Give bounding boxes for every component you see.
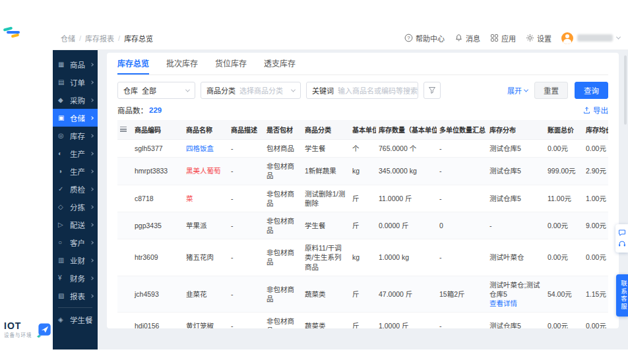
breadcrumb-separator: / [118, 34, 120, 42]
chevron-right-icon [90, 187, 94, 191]
cell-stock-quantity: 11.0000 斤 [376, 185, 437, 212]
top-header: 仓储 / 库存报表 / 库存总览 ? 帮助中心 消息 [53, 26, 628, 50]
category-select[interactable]: 商品分类 选择商品分类 [201, 82, 301, 99]
sidebar-item-production-2[interactable]: ◑ 生产 [53, 162, 98, 180]
product-name[interactable]: 菜 [186, 195, 193, 202]
tab-location[interactable]: 货位库存 [215, 53, 247, 75]
tab-overview[interactable]: 库存总览 [117, 53, 149, 75]
cell-product-code: sglh5377 [132, 140, 183, 158]
contact-service-button[interactable]: 联系客服 [616, 274, 628, 317]
cell-stock-distribution: 测试叶菜仓 [487, 239, 545, 276]
user-menu[interactable] [561, 32, 620, 44]
advanced-filter-button[interactable] [424, 82, 441, 99]
cell-product-code: hdj0156 [132, 313, 183, 328]
cell-stock-distribution: 测试叶菜仓;测试仓库5 查看详情 [487, 276, 545, 313]
search-button[interactable]: 查询 [575, 82, 608, 99]
sidebar-item-delivery[interactable]: ▷ 配送 [53, 216, 98, 233]
keyword-label: 关键词 [312, 85, 334, 96]
sidebar-item-icon: ✓ [58, 185, 67, 193]
expand-filters-link[interactable]: 展开 [507, 85, 528, 96]
sidebar-item-orders[interactable]: ▤ 订单 [53, 73, 98, 91]
product-count-label: 商品数： [117, 105, 148, 115]
cell-average-price: 0.00元 [583, 140, 608, 158]
sidebar-item-goods[interactable]: ▦ 商品 [53, 55, 98, 73]
settings-button[interactable]: 设置 [526, 33, 551, 44]
sidebar-item-icon: ▦ [58, 61, 67, 68]
table-row: htr3609 猪五花肉 - 非包材商品 原料11/干调类/生生系列商品 kg … [117, 239, 608, 276]
cell-stock-distribution: 测试仓库5 [487, 140, 545, 158]
breadcrumb-item[interactable]: 仓储 [61, 33, 75, 44]
sidebar-divider [58, 307, 92, 308]
vertical-scrollbar[interactable] [624, 55, 627, 125]
sidebar-item-label: 生产 [70, 166, 90, 177]
logo-bar-yellow [11, 34, 20, 38]
funnel-icon [428, 86, 436, 94]
cell-stock-quantity: 47.0000 斤 [376, 276, 437, 313]
cell-category: 原料11/干调类/生生系列商品 [302, 239, 350, 276]
cell-stock-quantity: 1.0000 kg [376, 239, 437, 276]
sidebar-item-inventory[interactable]: ◎ 库存 [53, 127, 98, 144]
cell-book-value: 999.00元 [545, 158, 583, 185]
cell-book-value: 0.00元 [545, 239, 583, 276]
iot-entry[interactable]: IOT 设备与环境 [4, 320, 51, 339]
tab-batch[interactable]: 批次库存 [166, 53, 198, 75]
sidebar-item-student-meal[interactable]: ◈ 学生餐 [53, 311, 98, 328]
apps-button[interactable]: 应用 [490, 33, 516, 44]
chevron-right-icon [90, 241, 94, 245]
product-name[interactable]: 猪五花肉 [186, 253, 214, 261]
export-link[interactable]: 导出 [583, 105, 608, 115]
cell-packaging-flag: 包材商品 [264, 140, 302, 158]
cell-description: - [228, 140, 264, 158]
sidebar-item-label: 库存 [70, 131, 90, 141]
cell-product-code: htr3609 [132, 239, 183, 276]
sidebar-item-production-1[interactable]: ◐ 生产 [53, 144, 98, 162]
cell-packaging-flag: 非包材商品 [264, 239, 302, 276]
product-name[interactable]: 苹果派 [186, 222, 207, 229]
app: { "brand": { "iot_title": "IOT", "iot_su… [0, 0, 628, 364]
column-settings-header[interactable] [117, 120, 132, 140]
breadcrumb-item[interactable]: 库存报表 [85, 33, 114, 44]
view-detail-link[interactable]: 查看详情 [489, 299, 542, 308]
sidebar-item-icon: ▥ [58, 257, 67, 264]
keyword-input[interactable]: 关键词 输入商品名或编码等搜索 [306, 82, 418, 99]
products-table: 商品编码商品名称商品描述是否包材商品分类基本单位库存数量（基本单位）多单位数量汇… [117, 120, 608, 328]
cell-book-value: 11.00元 [545, 185, 583, 212]
brand-logo[interactable] [3, 27, 26, 38]
messages-button[interactable]: 消息 [455, 33, 480, 44]
column-header: 账面总价 [545, 120, 583, 140]
sidebar-item-sorting[interactable]: ◇ 分拣 [53, 198, 98, 216]
inventory-tabs: 库存总览 批次库存 货位库存 透支库存 [117, 53, 608, 75]
sidebar-item-purchase[interactable]: ◆ 采购 [53, 91, 98, 109]
tab-overdraft[interactable]: 透支库存 [264, 53, 296, 75]
sidebar-item-label: 生产 [70, 148, 90, 159]
sidebar-item-warehouse[interactable]: ▣ 仓储 [53, 109, 98, 127]
sidebar-item-reports[interactable]: ▧ 报表 [53, 287, 98, 305]
export-icon [583, 107, 590, 114]
warehouse-select[interactable]: 仓库 全部 [117, 82, 195, 99]
warehouse-value: 全部 [142, 85, 179, 96]
column-header: 是否包材 [264, 120, 302, 140]
sidebar-item-finance[interactable]: ¥ 财务 [53, 269, 98, 287]
iot-subtitle: 设备与环境 [4, 331, 32, 338]
support-float-button[interactable] [615, 224, 628, 253]
cell-multi-unit-summary: - [437, 239, 487, 276]
product-name[interactable]: 韭菜花 [186, 290, 207, 298]
chevron-down-icon [185, 87, 190, 92]
cell-category: 1新鲜蔬果 [302, 158, 350, 185]
reset-button[interactable]: 重置 [534, 82, 568, 99]
chevron-right-icon [90, 205, 94, 209]
cell-book-value: 54.00元 [545, 276, 583, 313]
sidebar-item-biz-finance[interactable]: ▥ 业财 [53, 251, 98, 269]
cell-base-unit: 斤 [350, 212, 376, 239]
help-center-button[interactable]: ? 帮助中心 [404, 33, 445, 44]
sidebar-item-quality[interactable]: ✓ 质检 [53, 180, 98, 198]
main-content: 库存总览 批次库存 货位库存 透支库存 仓库 全部 商品分类 选择商品分类 关键… [98, 50, 628, 349]
chevron-down-icon [291, 87, 296, 92]
sidebar-item-customers[interactable]: ○ 客户 [53, 233, 98, 251]
row-leading-cell [117, 239, 132, 276]
product-name[interactable]: 黄灯笼椒 [186, 322, 214, 328]
product-name[interactable]: 黑美人葡萄 [186, 167, 221, 175]
sidebar-item-icon: ▷ [58, 221, 67, 228]
breadcrumb-current: 库存总览 [124, 33, 153, 44]
product-name[interactable]: 四格饭盒 [186, 144, 214, 152]
